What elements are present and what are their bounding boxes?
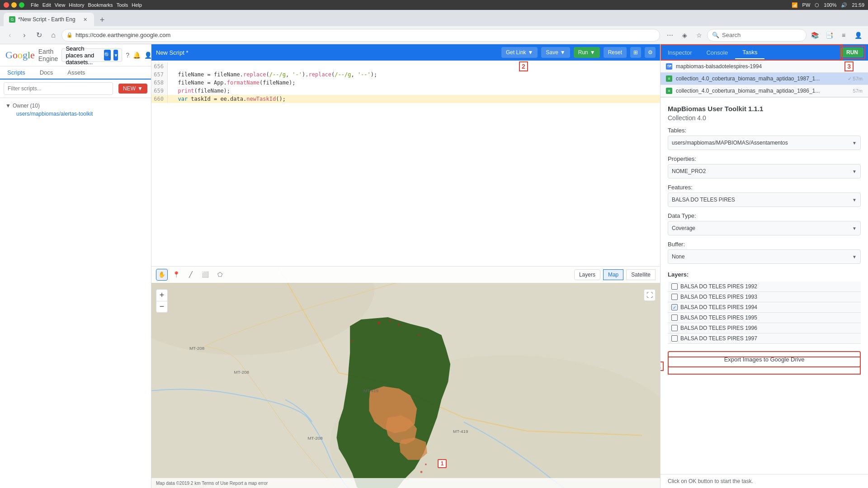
map-tool-draw-line[interactable]: ╱: [185, 269, 197, 281]
browser-search-bar[interactable]: 🔍 Search: [707, 29, 807, 42]
features-select[interactable]: BALSA DO TELES PIRES ▼: [668, 192, 861, 207]
notifications-btn[interactable]: 🔔: [133, 49, 141, 61]
map-type-satellite-btn[interactable]: Satellite: [626, 269, 656, 280]
layer-checkbox-1993[interactable]: [671, 294, 678, 300]
user-account-btn[interactable]: 👤: [852, 29, 864, 42]
reload-btn[interactable]: ↻: [33, 29, 45, 42]
get-link-label: Get Link: [506, 49, 526, 56]
task-item-2[interactable]: ≡ collection_4.0_cobertura_biomas_malha_…: [660, 85, 868, 97]
fullscreen-btn[interactable]: ⛶: [644, 289, 656, 301]
pocket-btn[interactable]: ◈: [678, 29, 691, 42]
code-line-657: 657 fileName = fileName.replace(/--/g, '…: [151, 70, 660, 79]
zoom-in-btn[interactable]: +: [156, 289, 168, 301]
svg-text:MT-419: MT-419: [363, 388, 379, 393]
forward-btn[interactable]: ›: [18, 29, 31, 42]
traffic-light-yellow[interactable]: [11, 2, 17, 8]
address-bar[interactable]: 🔒 https://code.earthengine.google.com: [61, 29, 660, 42]
browser-tab-active[interactable]: G *New Script - Earth Eng ✕: [4, 13, 94, 26]
menu-view[interactable]: View: [55, 2, 66, 8]
tables-label: Tables:: [668, 127, 861, 134]
editor-title: New Script *: [156, 49, 189, 56]
gee-search-dropdown[interactable]: ▼: [113, 50, 118, 61]
synced-tabs-btn[interactable]: 📑: [823, 29, 835, 42]
tab-inspector[interactable]: Inspector: [660, 47, 699, 59]
traffic-light-green[interactable]: [19, 2, 24, 8]
new-script-btn[interactable]: NEW ▼: [118, 84, 147, 94]
volume-icon: 🔊: [841, 2, 847, 8]
menu-tools[interactable]: Tools: [117, 2, 128, 8]
help-btn[interactable]: ?: [126, 49, 129, 61]
tab-tasks[interactable]: Tasks: [735, 46, 764, 59]
new-tab-btn[interactable]: +: [96, 14, 108, 26]
user-avatar[interactable]: 👤: [144, 49, 151, 61]
layers-btn[interactable]: Layers: [574, 269, 600, 280]
code-editor: New Script * Get Link ▼ Save ▼ Run ▼ Res…: [151, 44, 660, 267]
tab-scripts[interactable]: Scripts: [0, 66, 33, 80]
grid-view-btn[interactable]: ⊞: [630, 47, 641, 58]
map-tool-pin[interactable]: 📍: [170, 269, 182, 281]
script-filter-input[interactable]: [4, 82, 113, 95]
layer-item-1997[interactable]: BALSA DO TELES PIRES 1997: [668, 333, 861, 344]
reset-btn[interactable]: Reset: [604, 47, 627, 58]
tab-console[interactable]: Console: [699, 47, 735, 59]
tab-close-btn[interactable]: ✕: [81, 16, 89, 23]
layer-item-1993[interactable]: BALSA DO TELES PIRES 1993: [668, 292, 861, 302]
data-type-select[interactable]: Coverage ▼: [668, 221, 861, 235]
tab-favicon: G: [9, 16, 15, 23]
zoom-out-btn[interactable]: −: [156, 301, 168, 313]
menu-help[interactable]: Help: [132, 2, 142, 8]
task-item-0[interactable]: 🗺 mapbiomas-balsadotelespires-1994: [660, 61, 868, 73]
owner-header[interactable]: ▼ Owner (10): [5, 102, 146, 110]
collection-subtitle: Collection 4.0: [668, 114, 861, 122]
toolkit-title: MapBiomas User Toolkit 1.1.1: [668, 105, 861, 113]
get-link-btn[interactable]: Get Link ▼: [501, 47, 538, 58]
menu-edit[interactable]: Edit: [42, 2, 51, 8]
layer-item-1995[interactable]: BALSA DO TELES PIRES 1995: [668, 313, 861, 323]
layer-item-1994[interactable]: ✓ BALSA DO TELES PIRES 1994: [668, 302, 861, 313]
layer-checkbox-1992[interactable]: [671, 283, 678, 290]
right-run-btn[interactable]: RUN: [841, 47, 863, 57]
svg-text:MT-208: MT-208: [234, 370, 250, 375]
menu-history[interactable]: History: [69, 2, 84, 8]
extensions-btn[interactable]: ⋯: [664, 29, 676, 42]
export-images-btn[interactable]: Export Images to Google Drive: [668, 351, 861, 367]
settings-btn[interactable]: ⚙: [645, 47, 656, 58]
browser-menu-btn[interactable]: ≡: [837, 29, 850, 42]
tree-item-alertas[interactable]: users/mapbiomas/alertas-toolkit: [5, 110, 146, 118]
map-type-map-btn[interactable]: Map: [603, 269, 623, 280]
gee-search-btn[interactable]: 🔍: [104, 50, 111, 61]
back-btn[interactable]: ‹: [4, 29, 16, 42]
menu-bookmarks[interactable]: Bookmarks: [88, 2, 113, 8]
buffer-select[interactable]: None ▼: [668, 249, 861, 264]
traffic-light-red[interactable]: [4, 2, 9, 8]
map-tool-draw-rect[interactable]: ⬜: [199, 269, 211, 281]
task-item-1[interactable]: ≡ collection_4.0_cobertura_biomas_malha_…: [660, 73, 868, 85]
layer-checkbox-1994[interactable]: ✓: [671, 304, 678, 310]
run-btn[interactable]: Run ▼: [574, 47, 600, 58]
layer-item-1992[interactable]: BALSA DO TELES PIRES 1992: [668, 282, 861, 292]
gee-search-bar[interactable]: Search places and datasets... 🔍 ▼: [61, 48, 122, 62]
properties-select[interactable]: NOME_PRO2 ▼: [668, 164, 861, 178]
layer-checkbox-1997[interactable]: [671, 335, 678, 342]
layers-title: Layers:: [668, 271, 861, 278]
tables-select[interactable]: users/mapbiomas/MAPBIOMAS/Assentamentos …: [668, 136, 861, 150]
home-btn[interactable]: ⌂: [47, 29, 60, 42]
tab-assets[interactable]: Assets: [60, 66, 92, 80]
buffer-label: Buffer:: [668, 241, 861, 248]
task-icon-collection-1: ≡: [666, 75, 672, 82]
layer-name-1997: BALSA DO TELES PIRES 1997: [680, 335, 857, 342]
bluetooth-icon: ⬡: [815, 2, 819, 8]
save-btn[interactable]: Save ▼: [541, 47, 570, 58]
bookmarks-library-btn[interactable]: 📚: [808, 29, 821, 42]
middle-panel: New Script * Get Link ▼ Save ▼ Run ▼ Res…: [151, 44, 660, 488]
new-script-label: NEW: [123, 85, 136, 92]
menu-file[interactable]: File: [31, 2, 39, 8]
layer-checkbox-1996[interactable]: [671, 325, 678, 331]
code-line-659: 659 print(fileName);: [151, 87, 660, 95]
map-tool-draw-poly[interactable]: ⬠: [214, 269, 226, 281]
bookmark-btn[interactable]: ☆: [693, 29, 705, 42]
map-tool-hand[interactable]: ✋: [156, 269, 168, 281]
layer-checkbox-1995[interactable]: [671, 314, 678, 321]
tab-docs[interactable]: Docs: [33, 66, 61, 80]
layer-item-1996[interactable]: BALSA DO TELES PIRES 1996: [668, 323, 861, 333]
